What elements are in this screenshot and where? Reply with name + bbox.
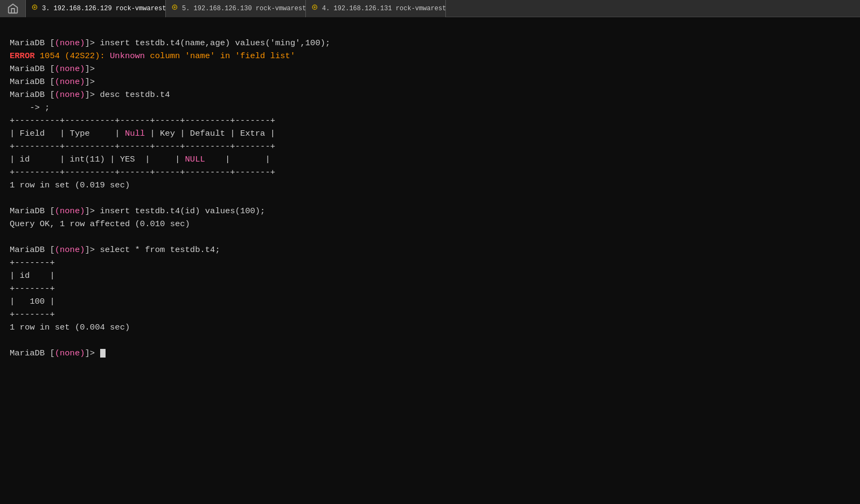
tab-icon-2 <box>171 4 179 13</box>
terminal-cursor <box>100 349 106 358</box>
terminal-line-insert1: MariaDB [(none)]> insert testdb.t4(name,… <box>10 37 850 50</box>
tab-2-label: 5. 192.168.126.130 rock-vmwarestatio <box>182 5 306 12</box>
tab-3-label: 4. 192.168.126.131 rock-vmwarestatio <box>322 5 446 12</box>
blank-line-3 <box>10 230 850 243</box>
cmd-desc: desc testdb.t4 <box>95 90 170 100</box>
table-border-top: +---------+----------+------+-----+-----… <box>10 114 850 127</box>
cmd-insert2: insert testdb.t4(id) values(100); <box>95 206 265 216</box>
select-table-border-top: +-------+ <box>10 256 850 269</box>
error-unknown: Unknown <box>110 51 145 61</box>
terminal-line-empty2: MariaDB [(none)]> <box>10 75 850 88</box>
prompt-1: MariaDB [(none)]> <box>10 38 95 48</box>
terminal-final-prompt: MariaDB [(none)]> <box>10 347 850 360</box>
tab-3[interactable]: 4. 192.168.126.131 rock-vmwarestatio <box>306 0 446 17</box>
cmd-insert1: insert testdb.t4(name,age) values('ming'… <box>95 38 330 48</box>
blank-line-1 <box>10 24 850 37</box>
null-col-header: Null <box>125 129 145 138</box>
tab-icon-1 <box>31 4 39 13</box>
tab-1-label: 3. 192.168.126.129 rock-vmwaresta <box>42 5 166 12</box>
terminal-line-desc: MariaDB [(none)]> desc testdb.t4 <box>10 88 850 101</box>
result-info-1: 1 row in set (0.019 sec) <box>10 179 850 192</box>
result-info-2: 1 row in set (0.004 sec) <box>10 321 850 334</box>
error-rest: column 'name' in 'field list' <box>145 51 295 61</box>
select-table-border-mid: +-------+ <box>10 282 850 295</box>
terminal-area[interactable]: MariaDB [(none)]> insert testdb.t4(name,… <box>0 17 860 504</box>
terminal-line-continuation: -> ; <box>10 101 850 114</box>
terminal-line-select: MariaDB [(none)]> select * from testdb.t… <box>10 243 850 256</box>
query-ok-line: Query OK, 1 row affected (0.010 sec) <box>10 218 850 230</box>
terminal-line-empty1: MariaDB [(none)]> <box>10 62 850 75</box>
blank-line-4 <box>10 334 850 347</box>
tab-1[interactable]: 3. 192.168.126.129 rock-vmwaresta ✕ <box>26 0 166 17</box>
table-header-row: | Field | Type | Null | Key | Default | … <box>10 127 850 140</box>
select-table-header: | id | <box>10 269 850 282</box>
terminal-line-insert2: MariaDB [(none)]> insert testdb.t4(id) v… <box>10 205 850 218</box>
error-code: 1054 (42S22): <box>35 51 110 61</box>
tab-icon-3 <box>311 4 319 13</box>
terminal-line-error: ERROR 1054 (42S22): Unknown column 'name… <box>10 50 850 62</box>
null-value: NULL <box>185 155 205 164</box>
tab-2[interactable]: 5. 192.168.126.130 rock-vmwarestatio <box>166 0 306 17</box>
tab-bar: 3. 192.168.126.129 rock-vmwaresta ✕ 5. 1… <box>0 0 860 17</box>
error-label: ERROR <box>10 51 35 61</box>
blank-line-2 <box>10 192 850 205</box>
cmd-select: select * from testdb.t4; <box>95 245 220 255</box>
select-table-row: | 100 | <box>10 295 850 308</box>
table-border-bottom: +---------+----------+------+-----+-----… <box>10 166 850 179</box>
select-table-border-bottom: +-------+ <box>10 308 850 321</box>
table-border-mid: +---------+----------+------+-----+-----… <box>10 140 850 153</box>
home-button[interactable] <box>0 0 26 17</box>
table-data-row: | id | int(11) | YES | | NULL | | <box>10 153 850 166</box>
query-ok-text: Query OK, 1 row affected (0.010 sec) <box>10 219 190 229</box>
